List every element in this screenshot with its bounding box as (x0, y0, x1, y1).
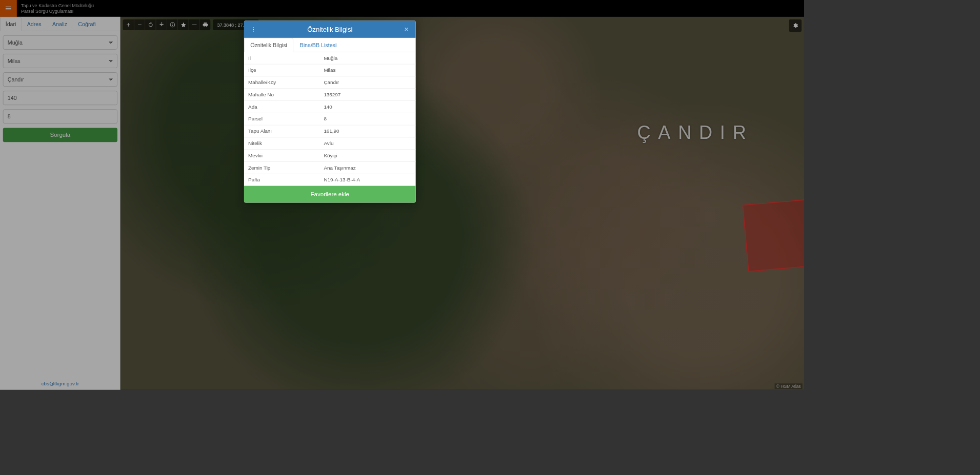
attr-row: Mahalle/KöyÇandır (244, 76, 416, 89)
attr-row: MevkiiKöyiçi (244, 150, 416, 162)
attr-value: Ana Taşınmaz (319, 161, 415, 174)
attr-key: Pafta (244, 174, 319, 185)
modal-close-button[interactable]: × (402, 25, 410, 33)
attr-value: Milas (319, 64, 415, 76)
attr-value: Muğla (319, 52, 415, 64)
attr-value: N19-A-13-B-4-A (319, 174, 415, 185)
svg-point-0 (253, 27, 254, 28)
svg-point-2 (253, 30, 254, 31)
attr-key: Parsel (244, 113, 319, 125)
attribute-info-modal: Öznitelik Bilgisi × Öznitelik Bilgisi Bi… (244, 20, 416, 202)
kebab-icon (250, 26, 256, 32)
attr-row: NitelikAvlu (244, 137, 416, 150)
attr-value: 140 (319, 101, 415, 113)
attr-key: Mahalle/Köy (244, 76, 319, 89)
attr-key: İlçe (244, 64, 319, 76)
attr-value: 161,90 (319, 125, 415, 137)
add-favorite-button[interactable]: Favorilere ekle (244, 186, 416, 203)
attr-key: Nitelik (244, 137, 319, 150)
attr-value: Avlu (319, 137, 415, 150)
attr-key: Mevkii (244, 150, 319, 162)
attr-row: İlçeMilas (244, 64, 416, 76)
attr-value: Çandır (319, 76, 415, 89)
attr-value: 135297 (319, 89, 415, 101)
attr-key: Ada (244, 101, 319, 113)
attr-key: Mahalle No (244, 89, 319, 101)
modal-header[interactable]: Öznitelik Bilgisi × (244, 20, 416, 38)
attr-key: Tapu Alanı (244, 125, 319, 137)
attr-value: Köyiçi (319, 150, 415, 162)
attr-row: Zemin TipAna Taşınmaz (244, 161, 416, 174)
modal-tab-oznitelik[interactable]: Öznitelik Bilgisi (244, 38, 293, 52)
svg-point-1 (253, 29, 254, 30)
modal-tab-bina[interactable]: Bina/BB Listesi (293, 38, 343, 52)
attr-row: Mahalle No135297 (244, 89, 416, 101)
attr-row: Tapu Alanı161,90 (244, 125, 416, 137)
modal-tabs: Öznitelik Bilgisi Bina/BB Listesi (244, 38, 416, 52)
modal-menu-button[interactable] (249, 25, 257, 33)
attr-row: Ada140 (244, 101, 416, 113)
attr-row: PaftaN19-A-13-B-4-A (244, 174, 416, 185)
attribute-table: İlMuğlaİlçeMilasMahalle/KöyÇandırMahalle… (244, 52, 416, 186)
modal-title: Öznitelik Bilgisi (257, 26, 402, 33)
close-icon: × (404, 25, 409, 33)
attr-key: İl (244, 52, 319, 64)
attr-value: 8 (319, 113, 415, 125)
attr-key: Zemin Tip (244, 161, 319, 174)
attr-row: Parsel8 (244, 113, 416, 125)
attr-row: İlMuğla (244, 52, 416, 64)
